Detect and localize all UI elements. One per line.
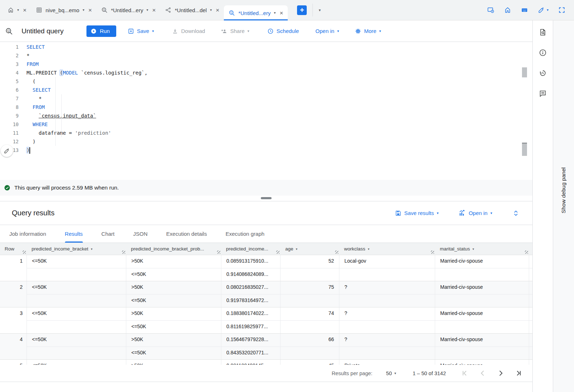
tab-job-information[interactable]: Job information: [9, 225, 46, 243]
column-resize-handle[interactable]: [122, 250, 125, 254]
keyboard-button[interactable]: [521, 6, 528, 14]
caret-down-icon[interactable]: ▾: [83, 8, 84, 12]
column-resize-handle[interactable]: [217, 250, 220, 254]
tab-table[interactable]: nive_bq...emo▾×: [31, 0, 97, 20]
column-resize-handle[interactable]: [431, 250, 434, 254]
sql-editor[interactable]: 12345678910111213 SELECT*FROMML.PREDICT …: [0, 42, 532, 180]
tab-chart[interactable]: Chart: [102, 225, 115, 243]
code-segment: [27, 104, 33, 110]
save-results-button[interactable]: Save results ▾: [395, 210, 439, 216]
table-cell: >50K: [126, 360, 221, 365]
column-resize-handle[interactable]: [23, 250, 26, 254]
run-button[interactable]: Run: [86, 25, 116, 37]
table-icon: [36, 7, 42, 13]
schedule-button[interactable]: Schedule: [267, 28, 299, 34]
home-button[interactable]: [504, 6, 511, 14]
sort-caret-icon[interactable]: ▾: [368, 247, 370, 251]
table-cell: >50K: [126, 307, 221, 320]
line-number: 4: [0, 68, 19, 77]
column-header-age[interactable]: age▾: [281, 243, 339, 255]
tab-overflow-caret-icon[interactable]: ▾: [319, 8, 321, 13]
table-link[interactable]: `census.input_data`: [39, 113, 96, 119]
table-cell: [27, 321, 126, 333]
info-button[interactable]: [539, 49, 547, 58]
tab-json[interactable]: JSON: [133, 225, 147, 243]
caret-down-icon[interactable]: ▾: [17, 8, 19, 12]
column-header-predicted-income-bracket[interactable]: predicted_income_bracket▾: [27, 243, 126, 255]
close-icon[interactable]: ×: [23, 7, 27, 13]
close-icon[interactable]: ×: [152, 7, 156, 13]
show-debug-panel-button[interactable]: Show debug panel: [560, 167, 567, 213]
first-page-button[interactable]: [461, 369, 469, 377]
tab-home[interactable]: ▾×: [3, 0, 31, 20]
history-button[interactable]: [539, 69, 547, 78]
fullscreen-button[interactable]: [558, 6, 565, 14]
code-area[interactable]: SELECT*FROMML.PREDICT (MODEL `census.log…: [27, 42, 532, 180]
sort-caret-icon[interactable]: ▾: [91, 247, 93, 251]
sort-caret-icon[interactable]: ▾: [296, 247, 298, 251]
table-cell: 75: [281, 281, 339, 294]
table-subrow: <=50K>50K0.085913175910...52Local-govMar…: [27, 255, 532, 268]
close-icon[interactable]: ×: [216, 7, 219, 13]
scrollbar-thumb[interactable]: [522, 67, 527, 77]
home-icon: [504, 6, 511, 14]
table-cell: Married-civ-spouse: [435, 307, 529, 320]
table-subrow: <=50K0.811619825977...: [27, 320, 532, 333]
scrollbar-thumb[interactable]: [522, 143, 527, 156]
download-button[interactable]: Download: [172, 28, 205, 34]
column-header-predicted-income-bracket-prob[interactable]: predicted_income_bracket_prob...: [126, 243, 221, 255]
tab-model[interactable]: *Untitled...del▾×: [160, 0, 224, 20]
home-icon: [8, 7, 14, 13]
console-button[interactable]: [487, 6, 494, 14]
sort-caret-icon[interactable]: ▾: [472, 247, 474, 251]
column-resize-handle[interactable]: [276, 250, 279, 254]
tab-execution-details[interactable]: Execution details: [166, 225, 207, 243]
history-icon: [539, 69, 547, 77]
column-resize-handle[interactable]: [525, 250, 528, 254]
close-icon[interactable]: ×: [88, 7, 92, 13]
comment-button[interactable]: [539, 90, 547, 99]
run-label: Run: [100, 28, 110, 34]
save-button[interactable]: Save ▾: [128, 28, 154, 34]
splitter-drag-handle[interactable]: [261, 197, 272, 199]
caret-down-icon[interactable]: ▾: [274, 11, 276, 15]
last-page-button[interactable]: [515, 369, 522, 377]
table-subrow: <=50K0.919783164972...: [27, 294, 532, 307]
column-header-predicted-income[interactable]: predicted_income...: [221, 243, 281, 255]
gemini-assist-button[interactable]: [1, 145, 13, 157]
tab-query-1[interactable]: Q*Untitled...ery▾×: [97, 0, 160, 20]
caret-down-icon[interactable]: ▾: [210, 8, 212, 12]
more-button[interactable]: More ▾: [355, 28, 381, 34]
table-cell: ?: [339, 307, 435, 320]
search-doc-button[interactable]: [539, 28, 547, 38]
code-segment: `census.logistic_reg`: [81, 70, 145, 76]
column-header-marital-status[interactable]: marital_status▾: [435, 243, 529, 255]
divider: [312, 4, 313, 16]
query-icon: Q: [5, 27, 13, 35]
column-header-row[interactable]: Row: [0, 243, 27, 255]
expand-panel-button[interactable]: [512, 210, 519, 217]
pen-spark-button[interactable]: ▾: [538, 6, 549, 14]
results-open-in-button[interactable]: Open in ▾: [458, 210, 492, 217]
column-header-workclass[interactable]: workclass▾: [339, 243, 435, 255]
page-size-select[interactable]: 50 ▾: [386, 371, 396, 376]
table-cell: [339, 268, 435, 281]
tab-execution-graph[interactable]: Execution graph: [226, 225, 264, 243]
tab-results[interactable]: Results: [65, 225, 83, 243]
code-line: WHERE: [27, 120, 532, 129]
tab-query-2[interactable]: Q*Untitled...ery▾×: [224, 5, 288, 20]
table-row: 3<=50K>50K0.188380174022...74?Married-ci…: [0, 307, 532, 334]
table-cell: [281, 321, 339, 333]
column-resize-handle[interactable]: [335, 250, 338, 254]
row-cells: <=50K>50K0.188380174022...74?Married-civ…: [27, 307, 532, 333]
next-page-button[interactable]: [497, 369, 504, 377]
close-icon[interactable]: ×: [279, 10, 283, 16]
add-tab-button[interactable]: +: [297, 5, 307, 15]
caret-down-icon: ▾: [152, 29, 154, 33]
table-subrow: <=50K>50K0.080216835027...75?Married-civ…: [27, 281, 532, 294]
share-button[interactable]: Share ▾: [221, 28, 249, 34]
tab-strip: ▾×nive_bq...emo▾×Q*Untitled...ery▾×*Unti…: [3, 0, 288, 20]
open-in-button[interactable]: Open in ▾: [315, 28, 339, 34]
prev-page-button[interactable]: [479, 369, 486, 377]
caret-down-icon[interactable]: ▾: [146, 8, 148, 12]
